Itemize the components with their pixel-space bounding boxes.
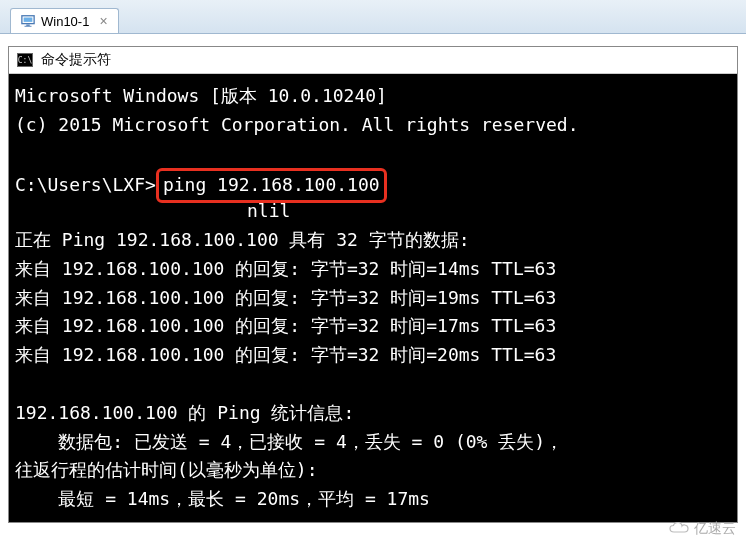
ping-command: ping 192.168.100.100 bbox=[163, 174, 380, 195]
monitor-icon bbox=[21, 14, 35, 28]
reply-line: 来自 192.168.100.100 的回复: 字节=32 时间=19ms TT… bbox=[15, 287, 556, 308]
svg-rect-1 bbox=[24, 18, 33, 22]
version-line: Microsoft Windows [版本 10.0.10240] bbox=[15, 85, 387, 106]
svg-rect-3 bbox=[25, 26, 32, 27]
rtt-header: 往返行程的估计时间(以毫秒为单位): bbox=[15, 459, 318, 480]
close-icon[interactable]: × bbox=[99, 13, 107, 29]
reply-line: 来自 192.168.100.100 的回复: 字节=32 时间=20ms TT… bbox=[15, 344, 556, 365]
titlebar[interactable]: C:\ 命令提示符 bbox=[9, 47, 737, 74]
watermark: 亿速云 bbox=[668, 520, 736, 538]
rtt-values: 最短 = 14ms，最长 = 20ms，平均 = 17ms bbox=[15, 488, 430, 509]
prompt: C:\Users\LXF> bbox=[15, 174, 156, 195]
copyright-line: (c) 2015 Microsoft Corporation. All righ… bbox=[15, 114, 579, 135]
ping-header: 正在 Ping 192.168.100.100 具有 32 字节的数据: bbox=[15, 229, 470, 250]
stats-header: 192.168.100.100 的 Ping 统计信息: bbox=[15, 402, 354, 423]
window-title: 命令提示符 bbox=[41, 51, 111, 69]
tab-label: Win10-1 bbox=[41, 14, 89, 29]
cloud-icon bbox=[668, 521, 690, 538]
reply-line: 来自 192.168.100.100 的回复: 字节=32 时间=17ms TT… bbox=[15, 315, 556, 336]
terminal-output[interactable]: Microsoft Windows [版本 10.0.10240] (c) 20… bbox=[9, 74, 737, 522]
reply-line: 来自 192.168.100.100 的回复: 字节=32 时间=14ms TT… bbox=[15, 258, 556, 279]
cmd-window: C:\ 命令提示符 Microsoft Windows [版本 10.0.102… bbox=[8, 46, 738, 523]
stats-packets: 数据包: 已发送 = 4，已接收 = 4，丢失 = 0 (0% 丢失)， bbox=[15, 431, 563, 452]
tab-bar: Win10-1 × bbox=[0, 0, 746, 34]
watermark-text: 亿速云 bbox=[694, 520, 736, 538]
svg-rect-2 bbox=[26, 25, 30, 26]
tab-win10[interactable]: Win10-1 × bbox=[10, 8, 119, 33]
cmd-icon: C:\ bbox=[17, 53, 33, 67]
